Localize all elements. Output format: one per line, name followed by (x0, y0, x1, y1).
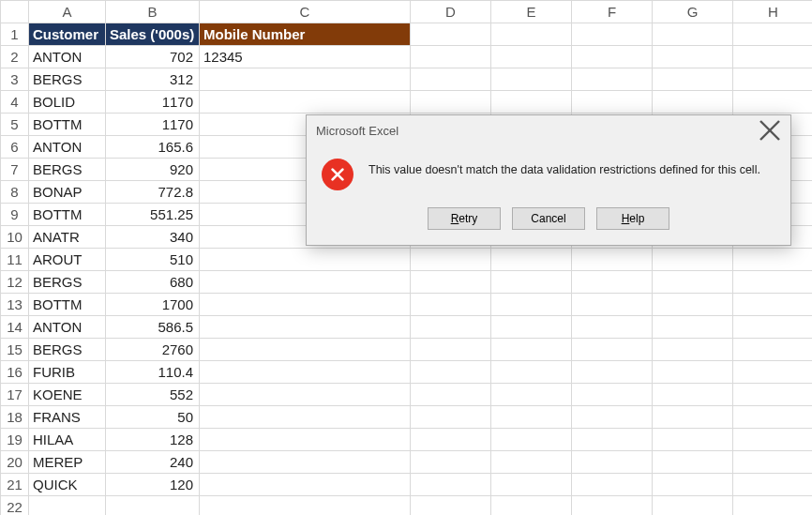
cell[interactable] (491, 429, 572, 451)
cell[interactable] (733, 249, 813, 271)
col-header-E[interactable]: E (491, 1, 572, 23)
close-icon[interactable] (759, 119, 781, 142)
cell[interactable] (491, 361, 572, 384)
cell[interactable] (411, 91, 491, 114)
cell[interactable]: BOTTM (29, 114, 106, 136)
row-header-3[interactable]: 3 (1, 68, 29, 91)
cell[interactable]: 128 (106, 429, 200, 451)
cell[interactable]: BERGS (29, 271, 106, 294)
cell[interactable]: 340 (106, 226, 200, 249)
col-header-F[interactable]: F (572, 1, 653, 23)
cell[interactable] (572, 23, 653, 46)
cell[interactable] (29, 496, 106, 516)
cell[interactable] (572, 91, 653, 114)
cell[interactable] (411, 496, 491, 516)
header-sales[interactable]: Sales ('000s) (106, 23, 200, 46)
cell[interactable] (572, 474, 653, 496)
cell[interactable]: 50 (106, 406, 200, 429)
cell[interactable] (572, 496, 653, 516)
cell[interactable] (733, 361, 813, 384)
cell[interactable] (491, 46, 572, 68)
row-header-16[interactable]: 16 (1, 361, 29, 384)
cell[interactable] (411, 249, 491, 271)
cell[interactable] (411, 361, 491, 384)
cell[interactable]: 772.8 (106, 181, 200, 204)
cell[interactable]: BOTTM (29, 204, 106, 226)
cell[interactable] (491, 294, 572, 316)
cell[interactable] (572, 316, 653, 339)
cell[interactable] (411, 384, 491, 406)
cell[interactable] (491, 474, 572, 496)
row-header-5[interactable]: 5 (1, 114, 29, 136)
cell[interactable] (572, 46, 653, 68)
cell[interactable] (653, 23, 733, 46)
cell[interactable] (411, 429, 491, 451)
cell[interactable]: 2760 (106, 339, 200, 361)
col-header-H[interactable]: H (733, 1, 813, 23)
cell[interactable] (653, 294, 733, 316)
cell[interactable] (491, 249, 572, 271)
cell[interactable] (653, 249, 733, 271)
cell[interactable]: 551.25 (106, 204, 200, 226)
cell[interactable] (200, 271, 411, 294)
cell[interactable] (411, 339, 491, 361)
cell[interactable]: 110.4 (106, 361, 200, 384)
row-header-22[interactable]: 22 (1, 496, 29, 516)
cell[interactable] (733, 451, 813, 474)
cell[interactable] (491, 316, 572, 339)
cell[interactable] (491, 68, 572, 91)
retry-button[interactable]: Retry (428, 207, 501, 230)
cell[interactable]: ANATR (29, 226, 106, 249)
col-header-G[interactable]: G (653, 1, 733, 23)
cell[interactable] (411, 406, 491, 429)
cell[interactable]: BERGS (29, 68, 106, 91)
cell[interactable] (491, 23, 572, 46)
cell[interactable] (411, 271, 491, 294)
header-mobile[interactable]: Mobile Number (200, 23, 411, 46)
row-header-15[interactable]: 15 (1, 339, 29, 361)
cell[interactable] (491, 451, 572, 474)
cell[interactable]: BERGS (29, 159, 106, 181)
cell[interactable] (653, 316, 733, 339)
cell[interactable]: ANTON (29, 136, 106, 159)
cell[interactable]: BOLID (29, 91, 106, 114)
dialog-titlebar[interactable]: Microsoft Excel (307, 115, 790, 145)
cell[interactable] (653, 91, 733, 114)
row-header-17[interactable]: 17 (1, 384, 29, 406)
cell[interactable] (733, 384, 813, 406)
cell[interactable] (200, 496, 411, 516)
cell[interactable]: FRANS (29, 406, 106, 429)
cell[interactable] (733, 429, 813, 451)
cell[interactable] (491, 271, 572, 294)
cell[interactable] (733, 91, 813, 114)
cell[interactable]: MEREP (29, 451, 106, 474)
cell[interactable] (733, 339, 813, 361)
row-header-18[interactable]: 18 (1, 406, 29, 429)
row-header-12[interactable]: 12 (1, 271, 29, 294)
cell[interactable] (733, 474, 813, 496)
col-header-A[interactable]: A (29, 1, 106, 23)
cell[interactable] (653, 496, 733, 516)
cell[interactable] (200, 294, 411, 316)
cell[interactable] (572, 361, 653, 384)
cell[interactable] (653, 474, 733, 496)
row-header-20[interactable]: 20 (1, 451, 29, 474)
cell[interactable] (200, 451, 411, 474)
cell[interactable] (733, 294, 813, 316)
cell[interactable]: 1170 (106, 91, 200, 114)
cell[interactable] (733, 46, 813, 68)
cell[interactable] (733, 316, 813, 339)
row-header-14[interactable]: 14 (1, 316, 29, 339)
cell[interactable]: 702 (106, 46, 200, 68)
cell[interactable] (572, 406, 653, 429)
cell[interactable]: HILAA (29, 429, 106, 451)
cell[interactable] (653, 339, 733, 361)
cell[interactable] (200, 339, 411, 361)
cell[interactable] (411, 68, 491, 91)
cell[interactable] (200, 406, 411, 429)
cell[interactable] (572, 429, 653, 451)
cell[interactable] (572, 339, 653, 361)
cell[interactable]: ANTON (29, 46, 106, 68)
help-button[interactable]: Help (596, 207, 669, 230)
cell[interactable] (733, 271, 813, 294)
